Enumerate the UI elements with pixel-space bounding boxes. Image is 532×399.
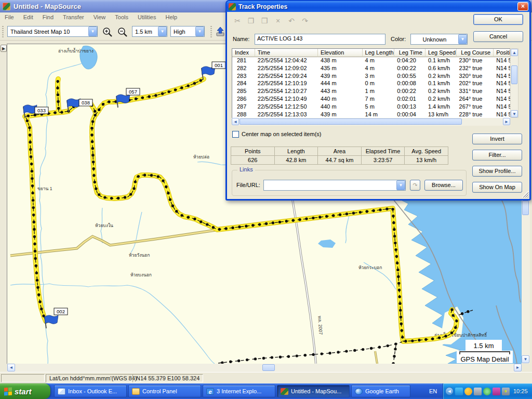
name-field[interactable]: ACTIVE LOG 143 — [255, 34, 385, 45]
chevron-down-icon[interactable]: ▼ — [458, 34, 467, 44]
paste-icon[interactable]: ❒ — [259, 16, 270, 26]
media-icon[interactable] — [493, 388, 500, 395]
table-horizontal-scrollbar[interactable]: ◄ ► — [232, 118, 510, 126]
table-row[interactable]: 28222/5/2554 12:09:02435 m4 m0:00:220.6 … — [232, 65, 510, 73]
menu-item-edit[interactable]: Edit — [19, 13, 38, 21]
hscroll-thumb[interactable] — [262, 364, 275, 371]
send-to-device-button[interactable] — [214, 26, 227, 38]
menu-item-utilities[interactable]: Utilities — [133, 13, 161, 21]
safely-remove-icon[interactable]: ▼ — [502, 388, 510, 395]
column-header-leg-course[interactable]: Leg Course — [457, 49, 494, 57]
menu-item-find[interactable]: Find — [38, 13, 58, 21]
svg-text:ห้วยบงนอก: ห้วยบงนอก — [130, 272, 152, 277]
cancel-button[interactable]: Cancel — [473, 31, 523, 42]
scroll-right-icon[interactable]: ► — [503, 118, 510, 125]
start-button[interactable]: start — [0, 383, 50, 399]
open-link-button[interactable]: ↷ — [410, 180, 420, 191]
scroll-up-icon[interactable]: ▲ — [511, 49, 518, 56]
menu-item-view[interactable]: View — [89, 13, 111, 21]
undo-icon[interactable]: ↶ — [286, 16, 297, 26]
table-hscroll-thumb[interactable] — [240, 118, 462, 125]
show-on-map-button[interactable]: Show On Map — [472, 182, 522, 193]
network-icon[interactable] — [455, 388, 463, 395]
center-map-checkbox[interactable] — [232, 131, 239, 138]
cut-icon[interactable]: ✂ — [232, 16, 243, 26]
vscroll-thumb[interactable] — [522, 201, 529, 215]
file-url-combo[interactable]: ▼ — [263, 180, 406, 191]
scroll-left-icon[interactable]: ◄ — [7, 364, 15, 371]
taskbar-task-3-internet-explo-[interactable]: e3 Internet Explo... — [203, 385, 275, 397]
table-row[interactable]: 28422/5/2554 12:10:19444 m0 m0:00:080.1 … — [232, 80, 510, 88]
table-cell: 267° true — [457, 103, 494, 111]
redo-icon[interactable]: ↷ — [300, 16, 310, 26]
messenger-icon[interactable] — [483, 388, 491, 395]
copy-icon[interactable]: ❐ — [246, 16, 256, 26]
column-header-leg-speed[interactable]: Leg Speed — [425, 49, 457, 57]
column-header-time[interactable]: Time — [255, 49, 318, 57]
table-cell: 0.1 km/h — [425, 80, 457, 88]
menu-item-transfer[interactable]: Transfer — [58, 13, 89, 21]
map-product-value: Thailand Street Map 10 — [8, 29, 88, 35]
scroll-left-icon[interactable]: ◄ — [232, 118, 239, 125]
detail-level-combo[interactable]: High ▼ — [170, 26, 205, 37]
language-indicator[interactable]: EN — [426, 386, 440, 396]
taskbar-task-control-panel[interactable]: Control Panel — [128, 385, 201, 397]
file-url-label: File/URL: — [236, 182, 260, 188]
browse-button[interactable]: Browse... — [424, 180, 463, 191]
table-vscroll-thumb[interactable] — [511, 65, 517, 84]
column-header-positi[interactable]: Positi — [494, 49, 510, 57]
svg-text:1.5 km: 1.5 km — [473, 342, 494, 350]
table-row[interactable]: 28122/5/2554 12:04:42438 m4 m0:04:200.1 … — [232, 57, 510, 65]
zoom-in-button[interactable] — [101, 26, 114, 38]
column-header-elevation[interactable]: Elevation — [318, 49, 363, 57]
table-cell: 3 m — [363, 73, 395, 81]
taskbar-task-untitled-mapsou-[interactable]: Untitled - MapSou... — [277, 385, 350, 397]
tray-icons: ▼ — [455, 388, 510, 395]
table-row[interactable]: 28622/5/2554 12:10:49440 m7 m0:02:010.2 … — [232, 96, 510, 103]
table-vertical-scrollbar[interactable]: ▲ ▼ — [510, 48, 518, 118]
filter-button[interactable]: Filter... — [472, 150, 522, 161]
chevron-down-icon[interactable]: ▼ — [195, 26, 204, 36]
camera-icon[interactable] — [474, 388, 482, 395]
zoom-scale-combo[interactable]: 1.5 km ▼ — [132, 26, 167, 37]
color-combo[interactable]: Unknown ▼ — [410, 34, 468, 45]
scroll-down-icon[interactable]: ▼ — [511, 110, 518, 117]
svg-text:057: 057 — [129, 89, 137, 95]
map-horizontal-scrollbar[interactable]: ◄ ► — [7, 364, 522, 372]
table-row[interactable]: 28322/5/2554 12:09:24439 m3 m0:00:550.2 … — [232, 73, 510, 81]
menu-item-help[interactable]: Help — [161, 13, 182, 21]
show-profile-button[interactable]: Show Profile... — [472, 166, 522, 177]
menu-item-file[interactable]: File — [0, 13, 19, 21]
column-header-leg-length[interactable]: Leg Length — [363, 49, 395, 57]
updates-icon[interactable] — [464, 388, 472, 395]
table-cell: 0:00:55 — [394, 73, 425, 81]
dialog-toolbar: ✂❐❒×↶↷ — [232, 16, 310, 26]
ok-button[interactable]: OK — [473, 14, 523, 25]
resize-grip[interactable] — [522, 191, 528, 197]
invert-button[interactable]: Invert — [472, 134, 522, 144]
chevron-down-icon[interactable]: ▼ — [396, 180, 405, 190]
delete-icon[interactable]: × — [273, 16, 283, 26]
zoom-out-button[interactable] — [116, 26, 129, 38]
taskbar-task-inbox-outlook-e-[interactable]: Inbox - Outlook E... — [54, 385, 127, 397]
svg-text:ห้วยบงใน: ห้วยบงใน — [95, 223, 113, 228]
expand-panel-button[interactable]: ▶ — [1, 45, 7, 52]
track-points-table[interactable]: IndexTimeElevationLeg LengthLeg TimeLeg … — [232, 48, 510, 119]
table-cell: 0.2 km/h — [425, 96, 457, 103]
column-header-leg-time[interactable]: Leg Time — [394, 49, 425, 57]
column-header-index[interactable]: Index — [232, 49, 255, 57]
chevron-down-icon[interactable]: ▼ — [158, 26, 167, 36]
table-row[interactable]: 28722/5/2554 12:12:50440 m5 m0:00:131.4 … — [232, 103, 510, 111]
dialog-titlebar[interactable]: Track Properties × — [227, 1, 530, 12]
close-icon[interactable]: × — [517, 2, 528, 11]
scroll-right-icon[interactable]: ► — [514, 364, 522, 371]
table-row[interactable]: 28522/5/2554 12:10:27443 m1 m0:00:220.2 … — [232, 88, 510, 96]
scroll-down-icon[interactable]: ▼ — [522, 355, 529, 363]
chevron-down-icon[interactable]: ▼ — [88, 26, 97, 36]
menu-item-tools[interactable]: Tools — [110, 13, 133, 21]
start-label: start — [15, 387, 32, 396]
taskbar-task-google-earth[interactable]: Google Earth — [351, 385, 410, 397]
table-cell: 22/5/2554 12:10:27 — [255, 88, 318, 96]
hide-icons-button[interactable]: ◄ — [445, 387, 454, 395]
map-product-combo[interactable]: Thailand Street Map 10 ▼ — [7, 26, 98, 37]
